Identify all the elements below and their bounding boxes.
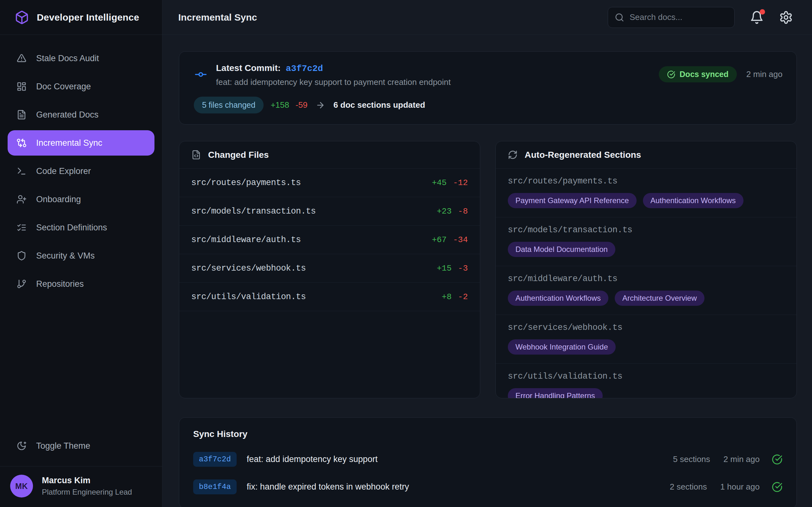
sidebar-item-label: Generated Docs	[36, 110, 99, 120]
section-tag[interactable]: Webhook Integration Guide	[508, 339, 616, 354]
app-title: Developer Intelligence	[37, 12, 139, 23]
file-additions: +23	[437, 207, 452, 216]
shield-icon	[16, 250, 27, 261]
file-additions: +45	[432, 178, 447, 187]
moon-star-icon	[16, 441, 27, 451]
sidebar-item-stale-docs-audit[interactable]: Stale Docs Audit	[8, 46, 154, 71]
user-role: Platform Engineering Lead	[42, 488, 132, 497]
section-tag[interactable]: Payment Gateway API Reference	[508, 193, 637, 208]
regenerated-sections-header: Auto-Regenerated Sections	[496, 141, 797, 169]
sync-sections-count: 5 sections	[673, 454, 710, 464]
latest-commit-card: Latest Commit: a3f7c2d feat: add idempot…	[179, 51, 797, 124]
refresh-icon	[508, 150, 518, 160]
regenerated-group: src/utils/validation.ts Error Handling P…	[496, 364, 797, 398]
terminal-icon	[16, 166, 27, 176]
regenerated-groups: src/routes/payments.ts Payment Gateway A…	[496, 169, 797, 398]
file-path: src/utils/validation.ts	[191, 292, 306, 302]
file-text-icon	[16, 110, 27, 120]
topbar: Incremental Sync	[162, 0, 812, 35]
notifications-button[interactable]	[750, 10, 764, 24]
file-diff: +23 -8	[437, 207, 468, 216]
list-checks-icon	[16, 222, 27, 233]
app-root: Developer Intelligence Stale Docs Audit …	[0, 0, 812, 507]
section-tag[interactable]: Authentication Workflows	[643, 193, 744, 208]
git-compare-icon	[16, 138, 27, 148]
sidebar-item-section-definitions[interactable]: Section Definitions	[8, 215, 154, 240]
settings-button[interactable]	[779, 10, 793, 24]
sidebar-item-repositories[interactable]: Repositories	[8, 271, 154, 297]
sidebar-item-code-explorer[interactable]: Code Explorer	[8, 158, 154, 184]
sync-commit-hash: b8e1f4a	[193, 480, 237, 494]
file-deletions: -3	[458, 264, 468, 273]
sidebar: Developer Intelligence Stale Docs Audit …	[0, 0, 162, 507]
user-profile[interactable]: MK Marcus Kim Platform Engineering Lead	[0, 466, 162, 507]
search-input[interactable]	[608, 7, 734, 28]
doc-sections-updated: 6 doc sections updated	[334, 100, 425, 110]
changed-file-row[interactable]: src/middleware/auth.ts +67 -34	[179, 226, 480, 254]
section-tags: Payment Gateway API Reference Authentica…	[508, 193, 784, 208]
changed-file-row[interactable]: src/routes/payments.ts +45 -12	[179, 169, 480, 197]
avatar: MK	[10, 475, 33, 498]
sidebar-item-onboarding[interactable]: Onboarding	[8, 187, 154, 212]
sync-time-ago: 2 min ago	[723, 454, 760, 464]
file-deletions: -34	[453, 235, 468, 245]
app-logo: Developer Intelligence	[0, 0, 162, 35]
docs-synced-label: Docs synced	[680, 70, 728, 79]
changed-files-header: Changed Files	[179, 141, 480, 169]
commit-message: feat: add idempotency key support to pay…	[216, 77, 451, 87]
sidebar-item-incremental-sync[interactable]: Incremental Sync	[8, 130, 154, 156]
changed-file-row[interactable]: src/services/webhook.ts +15 -3	[179, 254, 480, 283]
file-path: src/services/webhook.ts	[191, 264, 306, 273]
sidebar-item-label: Doc Coverage	[36, 82, 91, 92]
regenerated-sections-panel: Auto-Regenerated Sections src/routes/pay…	[496, 141, 797, 398]
commit-time-ago: 2 min ago	[746, 69, 782, 79]
changed-files-panel: Changed Files src/routes/payments.ts +45…	[179, 141, 480, 398]
docs-synced-badge: Docs synced	[659, 66, 737, 82]
changed-file-row[interactable]: src/models/transaction.ts +23 -8	[179, 197, 480, 226]
sidebar-nav: Stale Docs Audit Doc Coverage Generated …	[0, 35, 162, 299]
sync-time-ago: 1 hour ago	[720, 482, 760, 492]
section-tag[interactable]: Architecture Overview	[615, 291, 705, 306]
regenerated-group: src/services/webhook.ts Webhook Integrat…	[496, 315, 797, 364]
content: Latest Commit: a3f7c2d feat: add idempot…	[162, 35, 812, 507]
section-tag[interactable]: Authentication Workflows	[508, 291, 608, 306]
sync-sections-count: 2 sections	[670, 482, 707, 492]
commit-hash-link[interactable]: a3f7c2d	[286, 64, 323, 73]
section-tag[interactable]: Data Model Documentation	[508, 242, 615, 257]
page-title: Incremental Sync	[178, 12, 257, 23]
sidebar-item-label: Section Definitions	[36, 223, 107, 233]
section-tags: Authentication Workflows Architecture Ov…	[508, 291, 784, 306]
changed-file-row[interactable]: src/utils/validation.ts +8 -2	[179, 283, 480, 311]
file-deletions: -8	[458, 207, 468, 216]
sidebar-item-label: Incremental Sync	[36, 138, 102, 148]
commit-deletions: -59	[296, 100, 308, 110]
sync-row-meta: 5 sections 2 min ago	[673, 454, 782, 465]
sidebar-item-generated-docs[interactable]: Generated Docs	[8, 102, 154, 127]
file-deletions: -2	[458, 292, 468, 302]
regenerated-group: src/models/transaction.ts Data Model Doc…	[496, 217, 797, 266]
file-diff: +8 -2	[442, 292, 468, 302]
sync-history-row[interactable]: b8e1f4a fix: handle expired tokens in we…	[193, 480, 782, 494]
files-changed-badge: 5 files changed	[194, 97, 264, 113]
search-icon	[615, 13, 624, 22]
git-branch-icon	[16, 279, 27, 289]
file-deletions: -12	[453, 178, 468, 187]
regenerated-sections-title: Auto-Regenerated Sections	[525, 150, 641, 160]
toggle-theme-button[interactable]: Toggle Theme	[8, 433, 154, 458]
regenerated-file-path: src/routes/payments.ts	[508, 176, 784, 186]
sync-history-row[interactable]: a3f7c2d feat: add idempotency key suppor…	[193, 452, 782, 467]
file-additions: +67	[432, 235, 447, 245]
section-tags: Webhook Integration Guide	[508, 339, 784, 354]
file-additions: +8	[442, 292, 452, 302]
sidebar-item-label: Stale Docs Audit	[36, 54, 99, 63]
file-diff: +67 -34	[432, 235, 468, 245]
sidebar-item-doc-coverage[interactable]: Doc Coverage	[8, 74, 154, 99]
sidebar-item-label: Onboarding	[36, 194, 81, 205]
section-tag[interactable]: Error Handling Patterns	[508, 388, 603, 398]
file-path: src/middleware/auth.ts	[191, 235, 301, 245]
sync-history-title: Sync History	[193, 429, 782, 439]
sidebar-item-security-vms[interactable]: Security & VMs	[8, 243, 154, 268]
file-code-icon	[191, 150, 201, 160]
main-area: Incremental Sync	[162, 0, 812, 507]
gear-icon	[779, 10, 793, 24]
